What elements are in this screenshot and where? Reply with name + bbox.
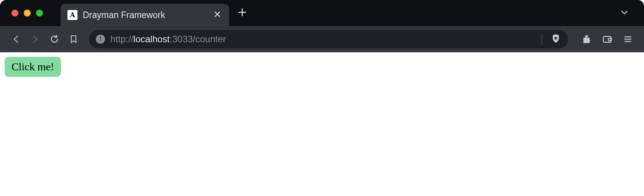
url-port: :3033 — [170, 34, 193, 45]
hamburger-icon — [623, 35, 632, 44]
extensions-button[interactable] — [578, 31, 595, 48]
back-button[interactable] — [8, 31, 25, 48]
page-content: Click me! — [0, 52, 644, 81]
close-icon — [214, 11, 221, 18]
browser-chrome: A Drayman Framework — [0, 0, 644, 52]
puzzle-icon — [582, 34, 591, 44]
tab-favicon: A — [67, 10, 77, 20]
plus-icon — [238, 8, 247, 17]
tab-close-button[interactable] — [212, 8, 222, 22]
window-controls — [12, 10, 43, 17]
click-me-button[interactable]: Click me! — [5, 57, 61, 77]
toolbar-right — [578, 31, 636, 48]
reload-icon — [49, 34, 59, 44]
window-close-button[interactable] — [12, 10, 18, 17]
new-tab-button[interactable] — [238, 7, 247, 20]
shield-icon — [550, 33, 561, 44]
wallet-button[interactable] — [599, 31, 616, 48]
address-divider — [542, 33, 542, 45]
title-tab-bar: A Drayman Framework — [0, 0, 644, 26]
toolbar: ! http://localhost:3033/counter — [0, 26, 644, 52]
url-protocol: http:// — [110, 34, 133, 45]
window-minimize-button[interactable] — [24, 10, 31, 17]
address-bar[interactable]: ! http://localhost:3033/counter — [89, 30, 568, 48]
url-path: /counter — [193, 34, 226, 45]
site-info-icon[interactable]: ! — [96, 35, 105, 44]
url-text: http://localhost:3033/counter — [110, 34, 226, 45]
window-maximize-button[interactable] — [36, 10, 43, 17]
menu-button[interactable] — [619, 31, 636, 48]
chevron-down-icon — [620, 8, 629, 17]
tab-title: Drayman Framework — [83, 10, 207, 20]
back-icon — [12, 35, 21, 44]
wallet-icon — [602, 34, 613, 45]
url-host: localhost — [133, 34, 170, 45]
reload-button[interactable] — [46, 31, 63, 48]
forward-button[interactable] — [27, 31, 44, 48]
forward-icon — [31, 35, 40, 44]
browser-tab[interactable]: A Drayman Framework — [61, 4, 229, 26]
brave-shields-button[interactable] — [550, 33, 561, 45]
svg-rect-5 — [608, 38, 611, 41]
svg-rect-4 — [603, 37, 611, 42]
tab-search-button[interactable] — [620, 8, 629, 18]
bookmark-button[interactable] — [65, 31, 82, 48]
bookmark-icon — [69, 35, 78, 44]
